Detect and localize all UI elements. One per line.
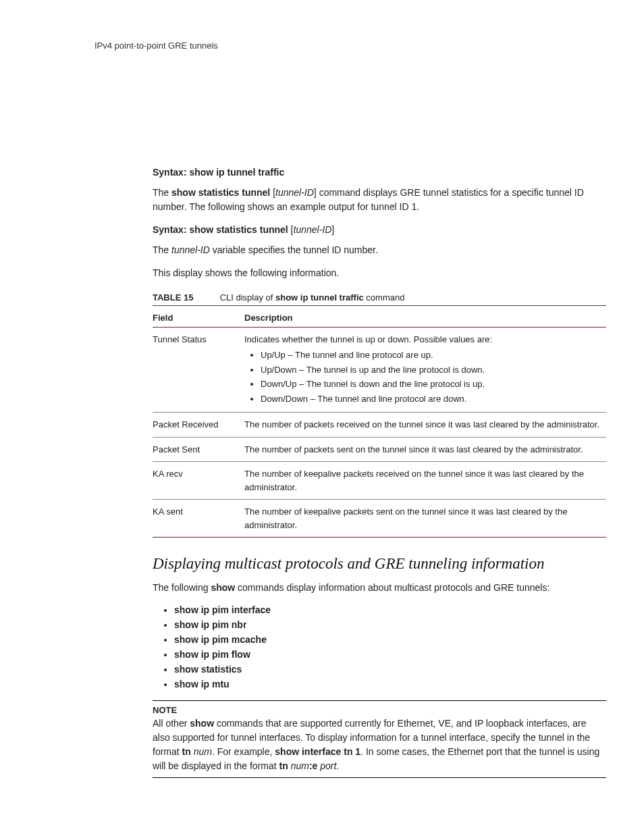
cli-table: Field Description Tunnel StatusIndicates… xyxy=(153,309,606,538)
command-item: show ip mtu xyxy=(174,679,606,689)
syntax-line-1: Syntax: show ip tunnel traffic xyxy=(153,165,606,179)
running-header: IPv4 point-to-point GRE tunnels xyxy=(95,41,606,51)
section-heading: Displaying multicast protocols and GRE t… xyxy=(153,555,606,573)
cell-desc: The number of packets sent on the tunnel… xyxy=(244,437,606,462)
desc-bullet: Down/Up – The tunnel is down and the lin… xyxy=(261,377,601,391)
paragraph-4: The following show commands display info… xyxy=(153,581,606,594)
syntax-line-2: Syntax: show statistics tunnel [tunnel-I… xyxy=(153,223,606,236)
note-block: NOTE All other show commands that are su… xyxy=(153,700,606,778)
cell-desc: Indicates whether the tunnel is up or do… xyxy=(244,327,606,413)
command-list: show ip pim interfaceshow ip pim nbrshow… xyxy=(153,604,606,689)
table-row: KA sentThe number of keepalive packets s… xyxy=(153,500,606,538)
note-text: All other show commands that are support… xyxy=(153,716,606,773)
table-row: Packet ReceivedThe number of packets rec… xyxy=(153,413,606,438)
desc-bullet: Up/Down – The tunnel is up and the line … xyxy=(261,363,601,377)
cell-field: Packet Received xyxy=(153,413,244,438)
note-label: NOTE xyxy=(153,705,606,715)
page: IPv4 point-to-point GRE tunnels Syntax: … xyxy=(0,0,644,834)
paragraph-2: The tunnel-ID variable specifies the tun… xyxy=(153,243,606,257)
col-header-field: Field xyxy=(153,309,244,328)
cell-desc: The number of keepalive packets received… xyxy=(244,462,606,500)
cell-desc: The number of packets received on the tu… xyxy=(244,413,606,438)
paragraph-1: The show statistics tunnel [tunnel-ID] c… xyxy=(153,186,606,213)
cell-field: KA recv xyxy=(153,462,244,500)
table-row: Tunnel StatusIndicates whether the tunne… xyxy=(153,327,606,413)
syntax-command: show ip tunnel traffic xyxy=(189,167,284,178)
desc-bullets: Up/Up – The tunnel and line protocol are… xyxy=(261,348,601,405)
content-block: Syntax: show ip tunnel traffic The show … xyxy=(153,165,606,778)
syntax-label: Syntax: xyxy=(153,167,187,178)
cell-field: Tunnel Status xyxy=(153,327,244,413)
cell-desc: The number of keepalive packets sent on … xyxy=(244,500,606,538)
desc-bullet: Down/Down – The tunnel and line protocol… xyxy=(261,392,601,406)
paragraph-3: This display shows the following informa… xyxy=(153,266,606,280)
cell-field: Packet Sent xyxy=(153,437,244,462)
table-row: Packet SentThe number of packets sent on… xyxy=(153,437,606,462)
command-item: show ip pim interface xyxy=(174,604,606,615)
syntax-label: Syntax: xyxy=(153,224,187,235)
col-header-desc: Description xyxy=(244,309,606,328)
command-item: show ip pim flow xyxy=(174,649,606,660)
syntax-command: show statistics tunnel xyxy=(189,224,288,235)
table-number: TABLE 15 xyxy=(153,292,217,303)
command-item: show statistics xyxy=(174,664,606,675)
command-item: show ip pim mcache xyxy=(174,634,606,645)
cell-field: KA sent xyxy=(153,500,244,538)
command-item: show ip pim nbr xyxy=(174,619,606,630)
table-row: KA recvThe number of keepalive packets r… xyxy=(153,462,606,500)
table-body: Tunnel StatusIndicates whether the tunne… xyxy=(153,327,606,538)
table-caption: TABLE 15 CLI display of show ip tunnel t… xyxy=(153,292,606,306)
desc-bullet: Up/Up – The tunnel and line protocol are… xyxy=(261,348,601,362)
